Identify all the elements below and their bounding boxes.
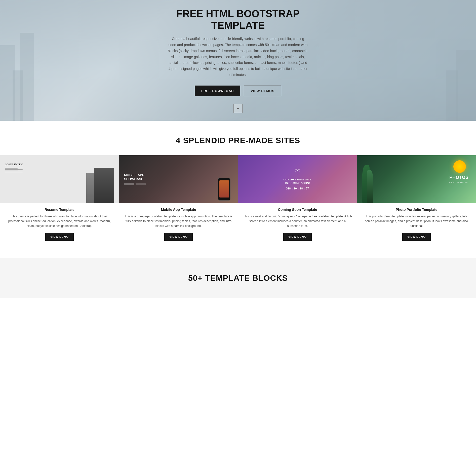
- card-mobile-desc: This is a one-page Bootstrap template fo…: [119, 214, 238, 229]
- coming-title: OUR AWESOME SITEIS COMING SOON!: [284, 178, 312, 185]
- coming-preview: ♡ OUR AWESOME SITEIS COMING SOON! 318 : …: [238, 155, 357, 203]
- city-building-4: [456, 50, 476, 121]
- resume-line-4: [5, 171, 18, 171]
- template-blocks-section: 50+ TEMPLATE BLOCKS: [0, 258, 476, 298]
- coming-view-demo-button[interactable]: VIEW DEMO: [283, 233, 312, 241]
- card-coming-desc: This is a neat and laconic "coming soon"…: [238, 214, 357, 229]
- mobile-btn-1: [124, 183, 134, 185]
- mobile-btn-2: [136, 183, 146, 185]
- coming-countdown: 318 : 10 : 18 : 57: [284, 187, 312, 190]
- countdown-hours: 10: [294, 187, 297, 190]
- resume-line-1: [5, 167, 23, 167]
- hero-section: FREE HTML BOOTSTRAP TEMPLATE Create a be…: [0, 0, 476, 121]
- resume-lines: [5, 167, 23, 172]
- card-photo-desc: This portfolio demo template includes se…: [357, 214, 476, 229]
- card-mobile-image: MOBILE APPSHOWCASE: [119, 155, 238, 203]
- mobile-preview: MOBILE APPSHOWCASE: [119, 155, 238, 203]
- resume-person-name: JOHN SMITH: [5, 163, 23, 166]
- hero-content: FREE HTML BOOTSTRAP TEMPLATE Create a be…: [168, 8, 308, 113]
- photo-text-block: PHOTOS VIEW THE DESIGN: [449, 175, 468, 184]
- card-resume-title: Resume Template: [39, 208, 80, 212]
- premade-title: 4 SPLENDID PRE-MADE SITES: [0, 136, 476, 145]
- mobile-phone-shape: [218, 178, 230, 201]
- mobile-phone-screen: [219, 180, 229, 198]
- template-blocks-title: 50+ TEMPLATE BLOCKS: [0, 273, 476, 283]
- card-coming-soon: ♡ OUR AWESOME SITEIS COMING SOON! 318 : …: [238, 155, 357, 248]
- card-photo-image: PHOTOS VIEW THE DESIGN: [357, 155, 476, 203]
- resume-text-block: JOHN SMITH: [5, 163, 23, 173]
- chevron-down-icon: [236, 106, 240, 110]
- countdown-sep-2: :: [298, 187, 299, 190]
- card-mobile-title: Mobile App Template: [156, 208, 201, 212]
- mobile-showcase-text-block: MOBILE APPSHOWCASE: [124, 173, 146, 185]
- photo-preview: PHOTOS VIEW THE DESIGN: [357, 155, 476, 203]
- sun-decoration: [453, 160, 466, 173]
- cards-grid: JOHN SMITH Resume Template This theme: [0, 155, 476, 248]
- countdown-minutes: 18: [300, 187, 303, 190]
- download-button[interactable]: FREE DOWNLOAD: [195, 86, 240, 96]
- hero-buttons: FREE DOWNLOAD VIEW DEMOS: [168, 86, 308, 96]
- view-demos-button[interactable]: VIEW DEMOS: [244, 86, 281, 96]
- resume-person-silhouette-1: [94, 168, 114, 203]
- heart-icon: ♡: [284, 168, 312, 176]
- card-resume: JOHN SMITH Resume Template This theme: [0, 155, 119, 248]
- hero-description: Create a beautiful, responsive, mobile-f…: [168, 36, 308, 78]
- coming-content: ♡ OUR AWESOME SITEIS COMING SOON! 318 : …: [284, 168, 312, 191]
- plant-2: [367, 170, 373, 203]
- countdown-seconds: 57: [306, 187, 309, 190]
- card-coming-image: ♡ OUR AWESOME SITEIS COMING SOON! 318 : …: [238, 155, 357, 203]
- resume-view-demo-button[interactable]: VIEW DEMO: [45, 233, 74, 241]
- countdown-sep-3: :: [304, 187, 305, 190]
- card-resume-image: JOHN SMITH: [0, 155, 119, 203]
- resume-preview: JOHN SMITH: [0, 155, 119, 203]
- scroll-down-button[interactable]: [233, 104, 243, 113]
- card-coming-title: Coming Soon Template: [273, 208, 322, 212]
- city-building-5: [446, 70, 458, 121]
- photos-title: PHOTOS: [449, 175, 468, 180]
- city-building-3: [20, 33, 34, 121]
- card-photo-title: Photo Portfolio Template: [391, 208, 442, 212]
- countdown-sep-1: :: [292, 187, 293, 190]
- mobile-view-demo-button[interactable]: VIEW DEMO: [164, 233, 193, 241]
- card-mobile: MOBILE APPSHOWCASE Mobile App Template T…: [119, 155, 238, 248]
- resume-line-5: [5, 172, 23, 172]
- free-template-link[interactable]: free bootstrap template: [312, 215, 343, 218]
- photo-view-demo-button[interactable]: VIEW DEMO: [402, 233, 431, 241]
- countdown-days: 318: [286, 187, 291, 190]
- card-photo: PHOTOS VIEW THE DESIGN Photo Portfolio T…: [357, 155, 476, 248]
- mobile-showcase-title: MOBILE APPSHOWCASE: [124, 173, 146, 181]
- resume-line-2: [5, 168, 18, 169]
- hero-title: FREE HTML BOOTSTRAP TEMPLATE: [168, 8, 308, 31]
- resume-line-3: [5, 169, 23, 170]
- card-resume-desc: This theme is perfect for those who want…: [0, 214, 119, 229]
- premade-section: 4 SPLENDID PRE-MADE SITES JOHN SMITH: [0, 121, 476, 258]
- view-design-link: VIEW THE DESIGN: [449, 181, 468, 184]
